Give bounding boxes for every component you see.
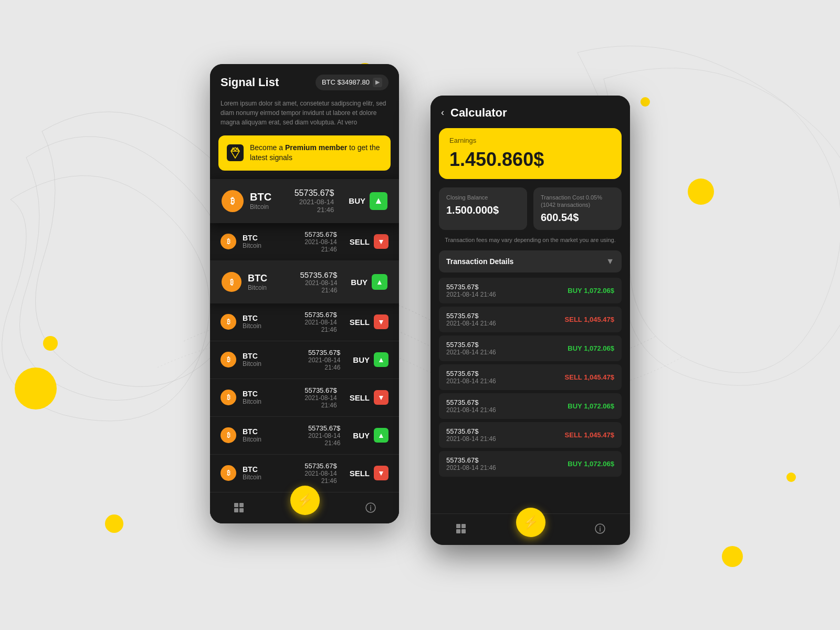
lightning-icon-right: ⚡ <box>523 515 539 530</box>
decorative-dot-8 <box>722 546 743 567</box>
tx-header-chevron: ▼ <box>606 257 614 266</box>
coin-info-6: BTC Bitcoin <box>243 390 287 405</box>
tx-cost-card: Transaction Cost 0.05% (1042 transaction… <box>533 187 622 230</box>
coin-info-2: BTC Bitcoin <box>243 234 287 249</box>
coin-name-8: BTC <box>243 465 287 474</box>
tx-row-6[interactable]: 55735.67$ 2021-08-14 21:46 SELL 1,045.47… <box>439 422 622 448</box>
action-btn-buy-3[interactable]: BUY ▲ <box>351 274 387 290</box>
tx-info-5: 55735.67$ 2021-08-14 21:46 <box>446 398 496 414</box>
decorative-dot-3 <box>688 178 714 205</box>
decorative-dot-2 <box>640 97 650 107</box>
tx-row-1[interactable]: 55735.67$ 2021-08-14 21:46 BUY 1,072.06$ <box>439 278 622 303</box>
left-phone: Signal List BTC $34987.80 ▶ Lorem ipsum … <box>210 64 399 523</box>
btc-coin-1: ₿ <box>222 190 244 212</box>
signal-item-5[interactable]: ₿ BTC Bitcoin 55735.67$ 2021-08-14 21:46… <box>210 341 399 379</box>
lightning-nav-btn-right[interactable]: ⚡ <box>516 508 545 537</box>
tx-price-3: 55735.67$ <box>446 341 496 349</box>
coin-date-5: 2021-08-14 21:46 <box>295 356 340 371</box>
signal-item-1[interactable]: ₿ BTC Bitcoin 55735.67$ 2021-08-14 21:46… <box>210 179 399 223</box>
action-btn-sell-6[interactable]: SELL ▼ <box>350 390 388 405</box>
coin-name-1: BTC <box>250 191 288 203</box>
tx-action-5: BUY 1,072.06$ <box>568 402 614 410</box>
svg-rect-10 <box>239 508 244 512</box>
closing-balance-label: Closing Balance <box>446 194 520 201</box>
balance-row: Closing Balance 1.500.000$ Transaction C… <box>430 187 630 230</box>
btc-coin-6: ₿ <box>220 390 236 405</box>
tx-list: 55735.67$ 2021-08-14 21:46 BUY 1,072.06$… <box>439 278 622 513</box>
decorative-dot-7 <box>786 472 796 482</box>
grid-nav-icon-right[interactable] <box>455 522 467 537</box>
action-label-4: SELL <box>350 318 370 327</box>
action-label-3: BUY <box>351 278 368 287</box>
btc-coin-2: ₿ <box>220 234 236 249</box>
tx-date-7: 2021-08-14 21:46 <box>446 464 496 471</box>
tx-row-3[interactable]: 55735.67$ 2021-08-14 21:46 BUY 1,072.06$ <box>439 335 622 361</box>
right-bottom-nav: ⚡ <box>430 513 630 545</box>
tx-price-7: 55735.67$ <box>446 456 496 464</box>
svg-point-12 <box>370 506 371 507</box>
coin-sub-4: Bitcoin <box>243 322 287 330</box>
price-info-6: 55735.67$ 2021-08-14 21:46 <box>293 386 337 409</box>
lightning-nav-btn[interactable]: ⚡ <box>290 486 320 515</box>
calculator-header: ‹ Calculator <box>430 96 630 120</box>
signal-item-3[interactable]: ₿ BTC Bitcoin 55735.67$ 2021-08-14 21:46… <box>210 261 399 303</box>
action-btn-buy-1[interactable]: BUY ▲ <box>349 192 387 210</box>
decorative-dot-4 <box>43 336 58 351</box>
tx-price-6: 55735.67$ <box>446 427 496 435</box>
tx-date-5: 2021-08-14 21:46 <box>446 406 496 414</box>
tx-row-4[interactable]: 55735.67$ 2021-08-14 21:46 SELL 1,045.47… <box>439 364 622 390</box>
svg-point-19 <box>600 526 601 527</box>
action-btn-buy-5[interactable]: BUY ▲ <box>353 352 388 367</box>
signal-list-header: Signal List BTC $34987.80 ▶ <box>210 64 399 99</box>
action-label-5: BUY <box>353 355 370 364</box>
tx-action-6: SELL 1,045.47$ <box>565 431 614 439</box>
btc-coin-8: ₿ <box>220 465 236 481</box>
tx-price-1: 55735.67$ <box>446 283 496 291</box>
coin-price-7: 55735.67$ <box>295 424 340 432</box>
action-btn-sell-2[interactable]: SELL ▼ <box>350 234 388 249</box>
grid-nav-icon[interactable] <box>233 501 245 514</box>
tx-row-5[interactable]: 55735.67$ 2021-08-14 21:46 BUY 1,072.06$ <box>439 393 622 419</box>
tx-cost-value: 600.54$ <box>541 212 614 224</box>
tx-header[interactable]: Transaction Details ▼ <box>439 250 622 272</box>
coin-sub-8: Bitcoin <box>243 474 287 481</box>
action-btn-sell-4[interactable]: SELL ▼ <box>350 314 388 329</box>
price-info-1: 55735.67$ 2021-08-14 21:46 <box>295 188 334 214</box>
coin-info-1: BTC Bitcoin <box>250 191 288 211</box>
signal-description: Lorem ipsum dolor sit amet, consetetur s… <box>210 99 399 135</box>
tx-action-3: BUY 1,072.06$ <box>568 344 614 352</box>
coin-price-3: 55735.67$ <box>296 270 337 279</box>
tx-info-7: 55735.67$ 2021-08-14 21:46 <box>446 456 496 471</box>
earnings-card: Earnings 1.450.860$ <box>439 128 622 179</box>
diamond-icon <box>227 144 244 161</box>
tx-header-label: Transaction Details <box>446 257 513 266</box>
premium-banner[interactable]: Become a Premium member to get the lates… <box>218 135 391 171</box>
tx-cost-label: Transaction Cost 0.05% (1042 transaction… <box>541 194 614 209</box>
price-info-5: 55735.67$ 2021-08-14 21:46 <box>295 349 340 371</box>
signal-item-4[interactable]: ₿ BTC Bitcoin 55735.67$ 2021-08-14 21:46… <box>210 303 399 341</box>
btc-coin-5: ₿ <box>220 352 236 368</box>
premium-banner-text: Become a Premium member to get the lates… <box>250 143 382 163</box>
btc-price-badge[interactable]: BTC $34987.80 ▶ <box>316 75 388 90</box>
signal-item-7[interactable]: ₿ BTC Bitcoin 55735.67$ 2021-08-14 21:46… <box>210 417 399 455</box>
info-nav-icon-right[interactable] <box>594 523 606 537</box>
sell-icon-4: ▼ <box>374 314 388 329</box>
coin-name-4: BTC <box>243 314 287 322</box>
price-info-3: 55735.67$ 2021-08-14 21:46 <box>296 270 337 294</box>
signal-item-2[interactable]: ₿ BTC Bitcoin 55735.67$ 2021-08-14 21:46… <box>210 223 399 261</box>
svg-rect-7 <box>234 503 238 507</box>
back-button[interactable]: ‹ <box>441 107 444 118</box>
signal-item-6[interactable]: ₿ BTC Bitcoin 55735.67$ 2021-08-14 21:46… <box>210 379 399 417</box>
coin-sub-1: Bitcoin <box>250 203 288 211</box>
calculator-title: Calculator <box>450 106 507 120</box>
signal-list-title: Signal List <box>220 76 279 89</box>
action-btn-buy-7[interactable]: BUY ▲ <box>353 428 388 443</box>
info-nav-icon[interactable] <box>365 502 376 513</box>
coin-price-2: 55735.67$ <box>293 230 337 238</box>
coin-info-7: BTC Bitcoin <box>243 427 288 443</box>
btc-badge-arrow: ▶ <box>373 78 382 87</box>
tx-row-7[interactable]: 55735.67$ 2021-08-14 21:46 BUY 1,072.06$ <box>439 451 622 477</box>
coin-date-3: 2021-08-14 21:46 <box>296 279 337 294</box>
tx-row-2[interactable]: 55735.67$ 2021-08-14 21:46 SELL 1,045.47… <box>439 307 622 332</box>
action-btn-sell-8[interactable]: SELL ▼ <box>350 466 388 480</box>
